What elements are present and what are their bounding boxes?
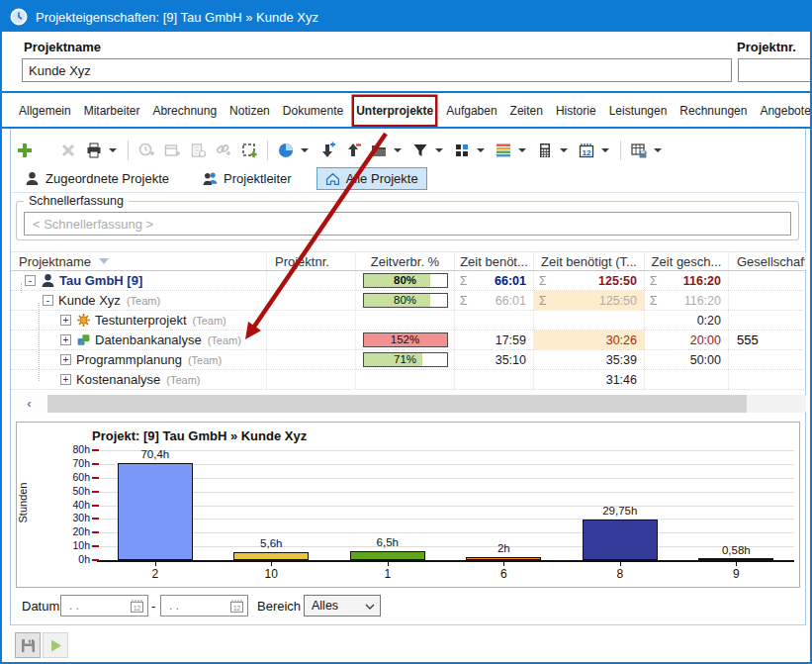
print-button[interactable] (81, 138, 107, 163)
projektnr-input[interactable] (738, 58, 812, 82)
bar-value-label: 29,75h (571, 505, 670, 517)
pie-chart-caret[interactable] (301, 148, 309, 152)
bereich-select[interactable]: Alles (304, 595, 381, 617)
pie-chart-button[interactable] (273, 138, 299, 163)
plus-icon (16, 142, 34, 159)
date-to-input[interactable]: . . 12 (160, 595, 248, 617)
clipboard-clock-icon (189, 142, 207, 159)
run-button[interactable] (43, 632, 68, 658)
y-tick-label: 40h (45, 499, 90, 511)
color-list-caret[interactable] (518, 148, 526, 152)
expand-expander[interactable]: + (60, 334, 71, 345)
x-tick-label: 10 (231, 567, 311, 581)
tab-allgemein[interactable]: Allgemein (17, 97, 73, 125)
tab-dokumente[interactable]: Dokumente (281, 97, 345, 125)
person-icon (41, 273, 55, 288)
progress-cell: 80% (363, 273, 448, 288)
color-list-button[interactable] (491, 138, 516, 163)
datum-label: Datum (22, 599, 59, 614)
arrow-down-add-button[interactable] (315, 138, 340, 163)
projektname-label: Projektname (24, 40, 101, 54)
column-zeit-benoetigt-team[interactable]: Zeit benötigt (T... (534, 252, 645, 270)
filter-button[interactable] (407, 138, 433, 163)
tab-zeiten[interactable]: Zeiten (508, 97, 545, 125)
scrollbar-thumb[interactable] (47, 395, 747, 413)
tab-angebote[interactable]: Angebote (758, 97, 812, 125)
window-add-button[interactable] (236, 138, 262, 163)
table-row[interactable]: - Kunde Xyz(Team) 80% Σ66:01 Σ125:50 Σ11… (11, 291, 806, 311)
layout-squares-caret[interactable] (477, 148, 485, 152)
calculator-caret[interactable] (560, 148, 568, 152)
tab-aufgaben[interactable]: Aufgaben (444, 97, 498, 125)
subtab-zugeordnete-projekte[interactable]: Zugeordnete Projekte (16, 167, 178, 190)
table-row[interactable]: + Kostenanalyse(Team) 31:46 (11, 370, 806, 390)
progress-cell: 71% (363, 352, 448, 367)
tab-notizen[interactable]: Notizen (227, 97, 272, 125)
puzzle-icon (76, 332, 91, 347)
date-from-input[interactable]: . . 12 (60, 595, 148, 617)
link-add-icon (215, 142, 232, 159)
subtab-label: Projektleiter (224, 171, 292, 186)
projektname-input[interactable] (22, 58, 732, 82)
folder-caret[interactable] (394, 148, 402, 152)
table-save-button[interactable] (626, 138, 652, 163)
team-icon (203, 171, 218, 186)
folder-button[interactable] (366, 138, 392, 163)
y-tick (92, 463, 99, 465)
date-picker-icon[interactable]: 12 (229, 599, 244, 614)
test-gear-icon (76, 313, 91, 328)
note-time-button[interactable] (185, 138, 211, 163)
column-zeit-benoetigt[interactable]: Zeit benöt... (455, 252, 534, 270)
calendar-12-button[interactable]: 12 (574, 138, 599, 163)
column-projektname[interactable]: Projektname (11, 252, 267, 270)
quick-entry-input[interactable] (24, 212, 791, 236)
column-zeit-geschaetzt[interactable]: Zeit gesch... (645, 252, 729, 270)
collapse-expander[interactable]: - (43, 295, 53, 306)
print-caret[interactable] (109, 148, 117, 152)
tab-abrechnung[interactable]: Abrechnung (150, 97, 219, 125)
column-projektnr[interactable]: Projektnr. (267, 252, 356, 270)
tab-unterprojekte[interactable]: Unterprojekte (354, 97, 435, 125)
calendar-12-caret[interactable] (601, 148, 609, 152)
expand-expander[interactable]: + (60, 315, 71, 326)
tab-leistungen[interactable]: Leistungen (607, 97, 670, 125)
filter-caret[interactable] (435, 148, 443, 152)
toolbar: 12 (12, 137, 803, 164)
tab-mitarbeiter[interactable]: Mitarbeiter (82, 97, 142, 125)
x-tick (388, 562, 389, 566)
time-add-button[interactable] (134, 138, 159, 163)
tab-historie[interactable]: Historie (554, 97, 598, 125)
calendar-add-button[interactable] (159, 138, 185, 163)
calculator-button[interactable] (532, 138, 558, 163)
table-row[interactable]: + Datenbankanalyse(Team) 152% 17:59 30:2… (11, 331, 806, 350)
table-row[interactable]: + Programmplanung(Team) 71% 35:10 35:39 … (11, 350, 806, 370)
subtab-separator (11, 192, 805, 193)
chart-y-axis-label: Stunden (17, 483, 29, 523)
tab-rechnungen[interactable]: Rechnungen (677, 97, 749, 125)
bar-2 (118, 463, 193, 560)
y-tick-label: 20h (45, 525, 90, 537)
y-tick (92, 559, 99, 561)
subtab-projektleiter[interactable]: Projektleiter (194, 167, 301, 190)
gridline (97, 478, 794, 479)
collapse-expander[interactable]: - (25, 275, 36, 286)
save-button[interactable] (15, 632, 41, 658)
layout-squares-button[interactable] (449, 138, 475, 163)
table-save-caret[interactable] (654, 148, 662, 152)
add-button[interactable] (12, 138, 38, 163)
table-row[interactable]: + Testunterprojekt(Team) 0:20 (11, 311, 806, 331)
expand-expander[interactable]: + (60, 374, 71, 385)
date-picker-icon[interactable]: 12 (130, 599, 144, 614)
subtab-alle-projekte[interactable]: Alle Projekte (316, 167, 427, 190)
sigma-icon: Σ (650, 274, 657, 288)
column-gesellschaft[interactable]: Gesellschaft (729, 252, 806, 270)
horizontal-scrollbar[interactable]: ‹ (11, 395, 806, 413)
delete-button[interactable] (55, 138, 81, 163)
link-add-button[interactable] (211, 138, 236, 163)
scroll-left-button[interactable]: ‹ (11, 395, 47, 413)
column-zeitverbrauch[interactable]: Zeitverbr. % (356, 252, 455, 270)
expand-expander[interactable]: + (60, 354, 71, 365)
arrow-up-remove-button[interactable] (340, 138, 366, 163)
table-row[interactable]: - Tau GmbH [9] 80% Σ66:01 Σ125:50 Σ116:2… (11, 271, 806, 291)
tree-connector (21, 283, 22, 293)
